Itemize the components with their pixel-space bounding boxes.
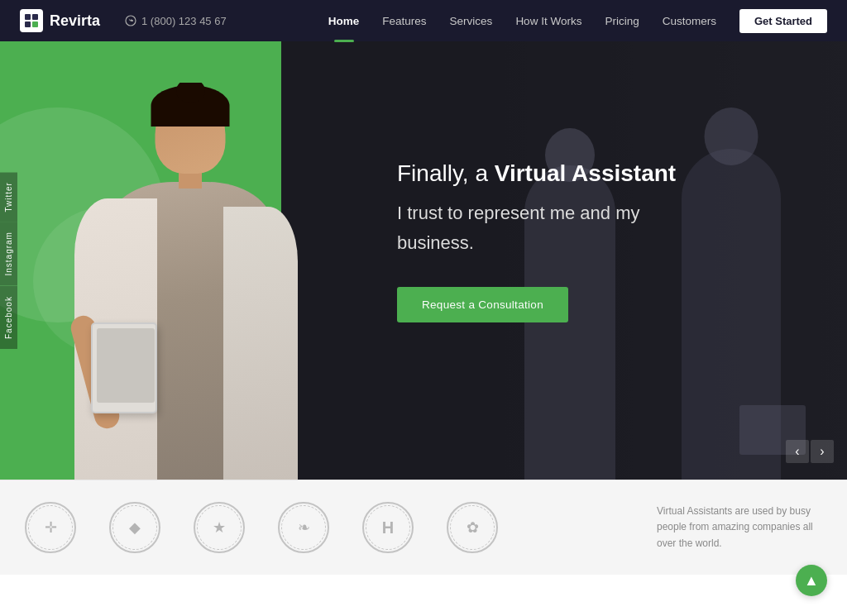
badge-circle-6: ✿ xyxy=(447,502,498,553)
get-started-button[interactable]: Get Started xyxy=(739,9,827,33)
hero-person-image xyxy=(66,83,314,480)
badge-circle-3: ★ xyxy=(194,502,245,553)
nav-item-home[interactable]: Home xyxy=(328,13,360,28)
logos-section: ✛ ◆ ★ ❧ H ✿ xyxy=(0,480,847,575)
svg-rect-0 xyxy=(25,14,31,20)
logos-description: Virtual Assistants are used by busy peop… xyxy=(657,504,822,552)
badge-circle-2: ◆ xyxy=(109,502,160,553)
badge-circle-1: ✛ xyxy=(25,502,76,553)
main-nav: Home Features Services How It Works Pric… xyxy=(328,13,716,28)
carousel-next[interactable]: › xyxy=(811,440,834,463)
badge-circle-5: H xyxy=(362,502,414,553)
hero-content: Finally, a Virtual Assistant I trust to … xyxy=(397,157,676,322)
nav-item-features[interactable]: Features xyxy=(382,13,426,28)
brand-name: Revirta xyxy=(50,12,100,30)
brand-logo[interactable]: Revirta xyxy=(20,9,100,32)
social-twitter[interactable]: Twitter xyxy=(0,172,17,222)
badge-1: ✛ xyxy=(25,502,76,553)
phone-icon xyxy=(125,15,136,26)
hero-subtitle-line2: business. xyxy=(397,232,676,254)
nav-item-pricing[interactable]: Pricing xyxy=(605,13,639,28)
svg-rect-2 xyxy=(25,21,31,27)
carousel-controls: ‹ › xyxy=(786,440,834,463)
badge-symbol-2: ◆ xyxy=(129,518,141,537)
nav-item-customers[interactable]: Customers xyxy=(663,13,716,28)
nav-active-indicator xyxy=(334,40,354,42)
social-instagram[interactable]: Instagram xyxy=(0,222,17,286)
badge-5: H xyxy=(362,502,414,553)
badge-2: ◆ xyxy=(109,502,160,553)
nav-item-how-it-works[interactable]: How It Works xyxy=(515,13,581,28)
social-facebook[interactable]: Facebook xyxy=(0,286,17,349)
badge-symbol-6: ✿ xyxy=(467,518,479,537)
hero-section: Twitter Instagram Facebook Finally, a Vi… xyxy=(0,41,847,480)
hero-subtitle-line1: I trust to represent me and my xyxy=(397,203,676,224)
badge-6: ✿ xyxy=(447,502,498,553)
navbar: Revirta 1 (800) 123 45 67 Home Features … xyxy=(0,0,847,41)
badge-symbol-3: ★ xyxy=(213,518,226,537)
partner-badges: ✛ ◆ ★ ❧ H ✿ xyxy=(25,502,632,553)
hero-title: Finally, a Virtual Assistant xyxy=(397,157,676,189)
badge-3: ★ xyxy=(194,502,245,553)
badge-symbol-1: ✛ xyxy=(45,518,57,537)
phone-number: 1 (800) 123 45 67 xyxy=(125,15,227,27)
badge-4: ❧ xyxy=(278,502,329,553)
consultation-button[interactable]: Request a Consultation xyxy=(397,287,568,322)
svg-rect-1 xyxy=(32,14,38,20)
scroll-to-top[interactable]: ▲ xyxy=(796,565,827,596)
svg-rect-3 xyxy=(32,21,38,27)
social-sidebar: Twitter Instagram Facebook xyxy=(0,172,17,349)
carousel-prev[interactable]: ‹ xyxy=(786,440,809,463)
nav-item-services[interactable]: Services xyxy=(450,13,493,28)
logo-icon xyxy=(20,9,43,32)
badge-symbol-5: H xyxy=(382,518,394,537)
badge-circle-4: ❧ xyxy=(278,502,329,553)
badge-symbol-4: ❧ xyxy=(298,518,310,537)
